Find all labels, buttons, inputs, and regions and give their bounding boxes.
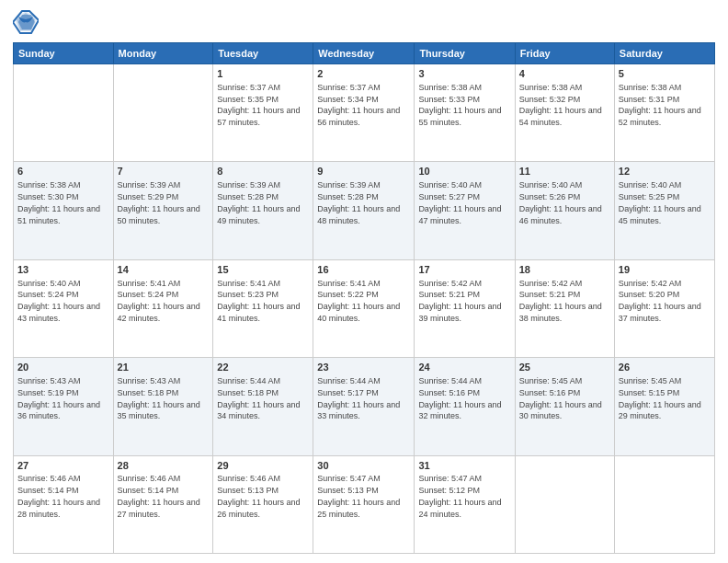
cell-sunset: Sunset: 5:17 PM: [317, 388, 379, 397]
cell-daylight: Daylight: 11 hours and 43 minutes.: [17, 302, 100, 323]
cell-sunrise: Sunrise: 5:41 AM: [217, 279, 280, 288]
cell-sunset: Sunset: 5:16 PM: [418, 388, 480, 397]
calendar-cell: 12Sunrise: 5:40 AMSunset: 5:25 PMDayligh…: [614, 162, 714, 259]
cell-sunrise: Sunrise: 5:41 AM: [118, 279, 181, 288]
day-number: 22: [217, 361, 309, 374]
calendar-cell: 18Sunrise: 5:42 AMSunset: 5:21 PMDayligh…: [515, 259, 614, 357]
cell-sunset: Sunset: 5:18 PM: [217, 388, 279, 397]
calendar-header: SundayMondayTuesdayWednesdayThursdayFrid…: [14, 43, 715, 64]
calendar-cell: 10Sunrise: 5:40 AMSunset: 5:27 PMDayligh…: [415, 162, 515, 259]
cell-sunset: Sunset: 5:27 PM: [418, 192, 480, 201]
calendar-week-1: 1Sunrise: 5:37 AMSunset: 5:35 PMDaylight…: [14, 64, 715, 162]
calendar-cell: 9Sunrise: 5:39 AMSunset: 5:28 PMDaylight…: [313, 162, 415, 259]
cell-sunset: Sunset: 5:24 PM: [17, 290, 79, 299]
day-number: 17: [418, 263, 510, 277]
cell-sunrise: Sunrise: 5:44 AM: [217, 376, 280, 385]
cell-sunrise: Sunrise: 5:41 AM: [317, 279, 381, 288]
cell-sunset: Sunset: 5:21 PM: [519, 290, 581, 299]
day-number: 23: [317, 361, 410, 374]
cell-daylight: Daylight: 11 hours and 30 minutes.: [519, 400, 602, 421]
cell-sunset: Sunset: 5:20 PM: [619, 290, 680, 299]
page: SundayMondayTuesdayWednesdayThursdayFrid…: [0, 0, 728, 563]
cell-sunrise: Sunrise: 5:37 AM: [217, 83, 280, 92]
day-number: 26: [619, 361, 711, 374]
calendar-cell: 13Sunrise: 5:40 AMSunset: 5:24 PMDayligh…: [14, 259, 114, 357]
weekday-header-wednesday: Wednesday: [313, 43, 415, 64]
cell-sunset: Sunset: 5:19 PM: [17, 388, 79, 397]
cell-sunrise: Sunrise: 5:45 AM: [619, 376, 682, 385]
cell-sunset: Sunset: 5:26 PM: [519, 192, 581, 201]
calendar-cell: 8Sunrise: 5:39 AMSunset: 5:28 PMDaylight…: [213, 162, 313, 259]
cell-sunset: Sunset: 5:16 PM: [519, 388, 581, 397]
day-number: 6: [17, 165, 109, 178]
calendar-week-2: 6Sunrise: 5:38 AMSunset: 5:30 PMDaylight…: [14, 162, 715, 259]
cell-daylight: Daylight: 11 hours and 48 minutes.: [317, 204, 400, 225]
day-number: 7: [118, 165, 210, 178]
day-number: 12: [619, 165, 711, 178]
day-number: 16: [317, 263, 410, 277]
day-number: 10: [418, 165, 510, 178]
cell-sunrise: Sunrise: 5:43 AM: [118, 376, 181, 385]
calendar-cell: [614, 455, 714, 553]
calendar-cell: 22Sunrise: 5:44 AMSunset: 5:18 PMDayligh…: [213, 358, 313, 455]
cell-daylight: Daylight: 11 hours and 37 minutes.: [619, 302, 701, 323]
cell-sunrise: Sunrise: 5:46 AM: [118, 474, 181, 483]
weekday-header-monday: Monday: [113, 43, 213, 64]
cell-sunrise: Sunrise: 5:46 AM: [17, 474, 81, 483]
calendar-cell: 11Sunrise: 5:40 AMSunset: 5:26 PMDayligh…: [515, 162, 614, 259]
weekday-row: SundayMondayTuesdayWednesdayThursdayFrid…: [14, 43, 715, 64]
cell-sunset: Sunset: 5:21 PM: [418, 290, 480, 299]
calendar-cell: 6Sunrise: 5:38 AMSunset: 5:30 PMDaylight…: [14, 162, 114, 259]
cell-daylight: Daylight: 11 hours and 56 minutes.: [317, 106, 400, 127]
cell-sunset: Sunset: 5:13 PM: [217, 486, 279, 495]
cell-sunset: Sunset: 5:14 PM: [17, 486, 79, 495]
day-number: 9: [317, 165, 410, 178]
cell-daylight: Daylight: 11 hours and 57 minutes.: [217, 106, 300, 127]
cell-sunset: Sunset: 5:29 PM: [118, 192, 179, 201]
calendar-cell: 14Sunrise: 5:41 AMSunset: 5:24 PMDayligh…: [113, 259, 213, 357]
weekday-header-tuesday: Tuesday: [213, 43, 313, 64]
cell-sunrise: Sunrise: 5:38 AM: [418, 83, 482, 92]
day-number: 28: [118, 459, 210, 473]
day-number: 15: [217, 263, 309, 277]
cell-daylight: Daylight: 11 hours and 55 minutes.: [418, 106, 501, 127]
cell-daylight: Daylight: 11 hours and 39 minutes.: [418, 302, 501, 323]
day-number: 8: [217, 165, 309, 178]
cell-sunset: Sunset: 5:22 PM: [317, 290, 379, 299]
cell-sunrise: Sunrise: 5:44 AM: [317, 376, 381, 385]
calendar-cell: 7Sunrise: 5:39 AMSunset: 5:29 PMDaylight…: [113, 162, 213, 259]
cell-sunrise: Sunrise: 5:40 AM: [519, 180, 583, 190]
cell-sunset: Sunset: 5:23 PM: [217, 290, 279, 299]
calendar-week-3: 13Sunrise: 5:40 AMSunset: 5:24 PMDayligh…: [14, 259, 715, 357]
calendar-cell: 31Sunrise: 5:47 AMSunset: 5:12 PMDayligh…: [415, 455, 515, 553]
calendar-cell: [515, 455, 614, 553]
calendar-cell: 15Sunrise: 5:41 AMSunset: 5:23 PMDayligh…: [213, 259, 313, 357]
cell-sunset: Sunset: 5:32 PM: [519, 95, 581, 104]
cell-daylight: Daylight: 11 hours and 52 minutes.: [619, 106, 701, 127]
day-number: 30: [317, 459, 410, 473]
calendar-cell: 26Sunrise: 5:45 AMSunset: 5:15 PMDayligh…: [614, 358, 714, 455]
cell-sunrise: Sunrise: 5:42 AM: [519, 279, 583, 288]
cell-daylight: Daylight: 11 hours and 38 minutes.: [519, 302, 602, 323]
cell-daylight: Daylight: 11 hours and 28 minutes.: [17, 498, 100, 519]
calendar-cell: 29Sunrise: 5:46 AMSunset: 5:13 PMDayligh…: [213, 455, 313, 553]
logo-icon: [13, 9, 39, 35]
weekday-header-friday: Friday: [515, 43, 614, 64]
cell-daylight: Daylight: 11 hours and 35 minutes.: [118, 400, 200, 421]
cell-sunrise: Sunrise: 5:45 AM: [519, 376, 583, 385]
calendar-cell: 27Sunrise: 5:46 AMSunset: 5:14 PMDayligh…: [14, 455, 114, 553]
calendar-cell: 5Sunrise: 5:38 AMSunset: 5:31 PMDaylight…: [614, 64, 714, 162]
day-number: 3: [418, 67, 510, 81]
cell-sunset: Sunset: 5:33 PM: [418, 95, 480, 104]
cell-sunset: Sunset: 5:12 PM: [418, 486, 480, 495]
calendar-body: 1Sunrise: 5:37 AMSunset: 5:35 PMDaylight…: [14, 64, 715, 554]
calendar-week-5: 27Sunrise: 5:46 AMSunset: 5:14 PMDayligh…: [14, 455, 715, 553]
cell-sunset: Sunset: 5:31 PM: [619, 95, 680, 104]
weekday-header-thursday: Thursday: [415, 43, 515, 64]
cell-sunrise: Sunrise: 5:42 AM: [619, 279, 682, 288]
day-number: 11: [519, 165, 610, 178]
cell-daylight: Daylight: 11 hours and 34 minutes.: [217, 400, 300, 421]
cell-daylight: Daylight: 11 hours and 29 minutes.: [619, 400, 701, 421]
day-number: 1: [217, 67, 309, 81]
cell-sunrise: Sunrise: 5:39 AM: [118, 180, 181, 190]
